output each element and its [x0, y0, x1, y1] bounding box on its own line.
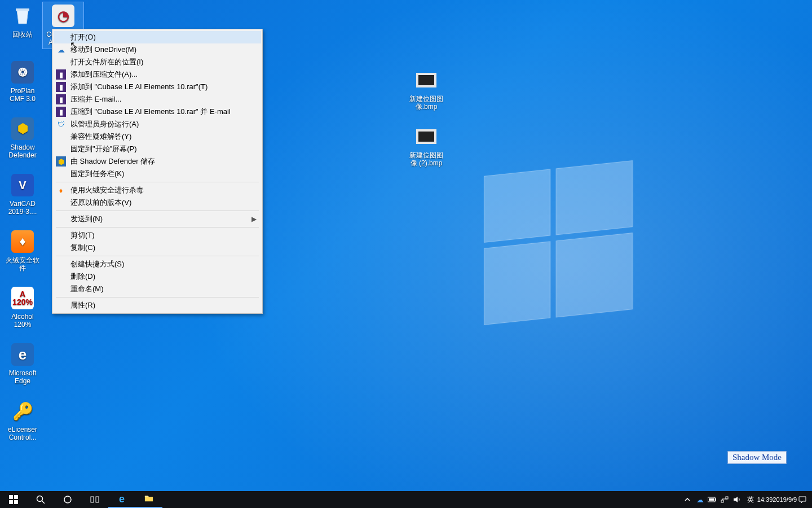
ctx-open[interactable]: 打开(O) [54, 31, 261, 43]
recycle-bin-icon [10, 3, 35, 28]
shadow-mode-watermark: Shadow Mode [727, 451, 787, 464]
svg-point-6 [64, 496, 71, 503]
search-button[interactable] [27, 491, 54, 508]
svg-rect-12 [721, 500, 723, 502]
ctx-shortcut[interactable]: 创建快捷方式(S) [54, 258, 261, 270]
cortana-button[interactable] [54, 491, 81, 508]
edge-icon: e [119, 493, 125, 505]
svg-point-4 [37, 496, 43, 502]
show-desktop-button[interactable] [809, 491, 812, 508]
taskbar-edge[interactable]: e [108, 491, 135, 508]
icon-label: eLicenser Control... [2, 426, 43, 444]
edge-icon: e [10, 342, 35, 367]
desktop-icon-bmp1[interactable]: 新建位图图像.bmp [406, 67, 447, 113]
tray-time: 14:39 [757, 496, 773, 503]
ctx-send-to[interactable]: 发送到(N)▶ [54, 213, 261, 225]
ctx-compat[interactable]: 兼容性疑难解答(Y) [54, 130, 261, 143]
svg-rect-8 [96, 497, 99, 502]
bmp-icon [414, 68, 439, 93]
desktop-icon-proplan[interactable]: ❂ ProPlan CMF 3.0 [2, 59, 43, 105]
taskbar-file-explorer[interactable] [135, 491, 162, 508]
folder-icon [144, 494, 153, 505]
ctx-separator [56, 227, 259, 227]
ctx-separator [56, 297, 259, 297]
elicenser-icon: 🔑 [10, 398, 35, 423]
ctx-rar-add-named[interactable]: ▮添加到 "Cubase LE AI Elements 10.rar"(T) [54, 81, 261, 93]
winrar-icon: ▮ [56, 94, 66, 104]
icon-label: 火绒安全软件 [2, 256, 43, 274]
tray-ime-indicator[interactable]: 英 [743, 491, 758, 508]
svg-rect-2 [9, 500, 13, 504]
desktop-icon-huorong[interactable]: ♦ 火绒安全软件 [2, 228, 43, 274]
ctx-restore-prev[interactable]: 还原以前的版本(V) [54, 196, 261, 209]
ctx-pin-taskbar[interactable]: 固定到任务栏(K) [54, 168, 261, 180]
desktop-icon-alcohol[interactable]: A120% Alcohol 120% [2, 284, 43, 331]
svg-rect-13 [726, 497, 728, 499]
huorong-icon: ♦ [10, 229, 35, 254]
desktop-icon-edge[interactable]: e Microsoft Edge [2, 341, 43, 387]
tray-date: 2019/9/9 [773, 496, 797, 503]
tray-volume-icon[interactable] [731, 491, 743, 508]
windows-logo-wallpaper [484, 160, 633, 325]
shadow-defender-icon: ⬢ [10, 116, 35, 141]
huorong-icon: ♦ [56, 185, 66, 195]
start-button[interactable] [0, 491, 27, 508]
ctx-rename[interactable]: 重命名(M) [54, 283, 261, 295]
ctx-separator [56, 182, 259, 182]
icon-label: Microsoft Edge [2, 369, 43, 387]
ctx-cut[interactable]: 剪切(T) [54, 229, 261, 242]
proplan-icon: ❂ [10, 60, 35, 85]
svg-rect-3 [14, 500, 18, 504]
ctx-separator [56, 256, 259, 256]
cubase-icon: ◔ [51, 3, 76, 28]
tray-clock[interactable]: 14:39 2019/9/9 [758, 491, 796, 508]
desktop-icon-varicad[interactable]: V VariCAD 2019-3.... [2, 172, 43, 218]
ctx-open-location[interactable]: 打开文件所在的位置(I) [54, 56, 261, 68]
desktop-icon-elicenser[interactable]: 🔑 eLicenser Control... [2, 397, 43, 444]
ctx-huorong-scan[interactable]: ♦使用火绒安全进行杀毒 [54, 184, 261, 196]
tray-network-icon[interactable] [718, 491, 731, 508]
tray-overflow-button[interactable] [681, 491, 694, 508]
icon-label: Alcohol 120% [2, 313, 43, 331]
alcohol-icon: A120% [10, 286, 35, 310]
winrar-icon: ▮ [56, 107, 66, 117]
onedrive-icon: ☁ [56, 45, 66, 55]
svg-rect-10 [715, 498, 716, 501]
ctx-properties[interactable]: 属性(R) [54, 299, 261, 312]
icon-label: 新建位图图像.bmp [406, 95, 447, 113]
taskbar: e ☁ 英 14:39 2019/9/9 [0, 491, 812, 508]
task-view-button[interactable] [81, 491, 108, 508]
tray-action-center-button[interactable] [796, 491, 809, 508]
ctx-shadow-save[interactable]: ⬢由 Shadow Defender 储存 [54, 155, 261, 168]
varicad-icon: V [10, 173, 35, 198]
ctx-separator [56, 211, 259, 211]
icon-label: Shadow Defender [2, 143, 43, 161]
ctx-pin-start[interactable]: 固定到"开始"屏幕(P) [54, 143, 261, 155]
ctx-copy[interactable]: 复制(C) [54, 242, 261, 254]
winrar-icon: ▮ [56, 69, 66, 80]
winrar-icon: ▮ [56, 82, 66, 92]
ctx-rar-email[interactable]: ▮压缩并 E-mail... [54, 93, 261, 106]
bmp-icon [414, 124, 439, 149]
tray-power-icon[interactable] [706, 491, 718, 508]
desktop[interactable]: 回收站 ◔ Cubase LE AI Elem... ❂ ProPlan CMF… [0, 0, 812, 491]
svg-line-5 [42, 501, 45, 504]
icon-label: 回收站 [2, 30, 43, 41]
ctx-delete[interactable]: 删除(D) [54, 270, 261, 283]
shadow-defender-icon: ⬢ [56, 156, 66, 167]
svg-rect-0 [9, 495, 13, 499]
desktop-icon-recycle-bin[interactable]: 回收站 [2, 2, 43, 41]
icon-label: VariCAD 2019-3.... [2, 200, 43, 218]
system-tray: ☁ 英 14:39 2019/9/9 [681, 491, 812, 508]
icon-label: 新建位图图像 (2).bmp [406, 151, 447, 169]
svg-rect-7 [91, 497, 94, 502]
desktop-icon-bmp2[interactable]: 新建位图图像 (2).bmp [406, 123, 447, 169]
tray-onedrive-icon[interactable]: ☁ [694, 491, 706, 508]
ctx-rar-email-named[interactable]: ▮压缩到 "Cubase LE AI Elements 10.rar" 并 E-… [54, 106, 261, 118]
ctx-rar-add[interactable]: ▮添加到压缩文件(A)... [54, 68, 261, 81]
chevron-right-icon: ▶ [251, 215, 257, 223]
svg-rect-11 [709, 498, 714, 501]
ctx-move-onedrive[interactable]: ☁移动到 OneDrive(M) [54, 43, 261, 56]
ctx-run-admin[interactable]: 🛡以管理员身份运行(A) [54, 118, 261, 130]
desktop-icon-shadow-defender[interactable]: ⬢ Shadow Defender [2, 115, 43, 161]
